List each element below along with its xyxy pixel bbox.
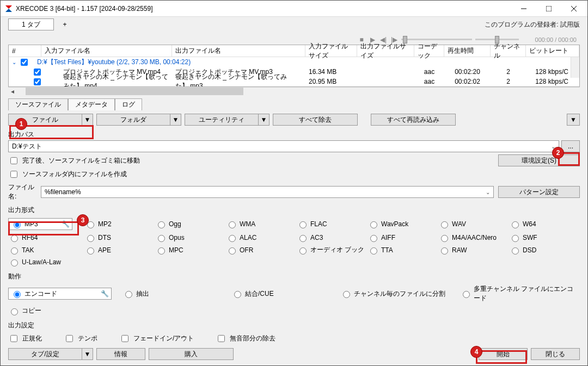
chevron-down-icon: ▼ xyxy=(170,114,181,125)
col-input[interactable]: 入力ファイル名 xyxy=(41,45,172,57)
env-settings-button[interactable]: 環境設定(S) xyxy=(498,154,580,166)
format-alac[interactable]: ALAC xyxy=(226,233,297,242)
format-swf[interactable]: SWF xyxy=(509,233,580,242)
seek-slider[interactable] xyxy=(401,35,472,44)
filename-input[interactable]: %filename% ⌄ xyxy=(41,186,494,198)
file-bitrate: 128 kbps/C xyxy=(526,78,579,85)
format-mp2[interactable]: MP2 xyxy=(84,218,155,230)
timecode: 000:00 / 000:00 xyxy=(522,36,577,43)
close-app-button[interactable]: 閉じる xyxy=(531,348,580,360)
info-button[interactable]: 情報 xyxy=(96,348,145,360)
format-m4a[interactable]: M4A/AAC/Nero xyxy=(438,233,509,242)
col-outsize[interactable]: 出力ファイルサイズ xyxy=(357,45,414,57)
col-channel[interactable]: チャンネル xyxy=(491,45,526,57)
col-codec[interactable]: コーデック xyxy=(414,45,444,57)
chevron-down-icon: ▼ xyxy=(258,114,269,125)
file-insize: 20.95 MB xyxy=(305,78,357,85)
start-button[interactable]: 開始 xyxy=(479,348,528,360)
format-tta[interactable]: TTA xyxy=(367,245,438,255)
tab-1[interactable]: 1 タブ xyxy=(8,18,54,30)
scrollbar-horizontal[interactable]: ◂ xyxy=(8,87,580,95)
chevron-down-icon: ▼ xyxy=(82,349,93,359)
pattern-settings-button[interactable]: パターン設定 xyxy=(498,186,580,198)
gear-icon[interactable]: 🔧 xyxy=(101,290,109,297)
titlebar: XRECODE 3 [64-bit] - 1.157 [2024-09-28/2… xyxy=(1,1,587,17)
folder-label: D:¥【Test Files】¥youtube (2/2, 37.30 MB, … xyxy=(37,58,191,67)
action-multichannel[interactable]: 多重チャンネル ファイルにエンコード xyxy=(460,284,580,303)
marker-1: 1 xyxy=(15,118,27,130)
folder-row[interactable]: ⌄ D:¥【Test Files】¥youtube (2/2, 37.30 MB… xyxy=(9,57,579,67)
tab-settings-button[interactable]: タブ/設定▼ xyxy=(8,348,93,360)
minimize-button[interactable] xyxy=(511,1,536,17)
file-checkbox[interactable] xyxy=(34,69,41,76)
silence-checkbox[interactable] xyxy=(218,335,225,342)
format-wavpack[interactable]: WavPack xyxy=(367,218,438,230)
format-opus[interactable]: Opus xyxy=(155,233,226,242)
svg-marker-0 xyxy=(5,5,12,9)
delete-after-checkbox[interactable] xyxy=(10,157,17,164)
maximize-button[interactable] xyxy=(536,1,561,17)
create-in-source-label: ソースフォルダ内にファイルを作成 xyxy=(22,170,127,179)
format-aiff[interactable]: AIFF xyxy=(367,233,438,242)
format-ofr[interactable]: OFR xyxy=(226,245,297,255)
folder-button[interactable]: フォルダ▼ xyxy=(96,114,181,126)
reload-all-button[interactable]: すべて再読み込み xyxy=(371,114,456,126)
tempo-checkbox[interactable] xyxy=(66,335,73,342)
chevron-down-icon[interactable]: ⌄ xyxy=(486,189,490,195)
file-channel: 2 xyxy=(491,78,526,85)
file-codec: aac xyxy=(414,78,444,85)
col-duration[interactable]: 再生時間 xyxy=(444,45,491,57)
create-in-source-checkbox[interactable] xyxy=(10,171,17,178)
action-encode[interactable]: エンコード🔧 xyxy=(8,288,112,300)
table-row[interactable]: 寝起きヤシの木 _ シナモン【歌ってみた】.mp4 寝起きヤシの木 _ シナモン… xyxy=(9,77,579,86)
format-mp3[interactable]: MP3🔧 xyxy=(8,218,72,230)
more-button[interactable]: ▼ xyxy=(567,114,580,126)
format-rf64[interactable]: RF64 xyxy=(8,233,84,242)
close-button[interactable] xyxy=(561,1,586,17)
format-audiobook[interactable]: オーディオ ブック xyxy=(297,245,367,255)
normalize-checkbox[interactable] xyxy=(10,335,17,342)
format-dts[interactable]: DTS xyxy=(84,233,155,242)
col-number[interactable]: # xyxy=(9,45,41,57)
action-copy[interactable]: コピー xyxy=(8,306,580,315)
tab-log[interactable]: ログ xyxy=(115,98,142,110)
col-insize[interactable]: 入力ファイルサイズ xyxy=(305,45,357,57)
format-ulaw[interactable]: U-Law/A-Law xyxy=(8,258,580,266)
format-tak[interactable]: TAK xyxy=(8,245,84,255)
action-perchannel[interactable]: チャンネル毎のファイルに分割 xyxy=(340,289,460,299)
file-checkbox[interactable] xyxy=(34,78,41,85)
utility-button[interactable]: ユーティリティ▼ xyxy=(185,114,270,126)
format-ogg[interactable]: Ogg xyxy=(155,218,226,230)
gear-icon[interactable]: 🔧 xyxy=(62,220,70,228)
format-flac[interactable]: FLAC xyxy=(297,218,367,230)
scrollbar-vertical[interactable] xyxy=(571,57,579,78)
tab-source-file[interactable]: ソースファイル xyxy=(8,98,68,110)
browse-button[interactable]: ... xyxy=(561,140,580,152)
format-dsd[interactable]: DSD xyxy=(509,245,580,255)
folder-checkbox[interactable] xyxy=(21,59,28,66)
volume-slider[interactable] xyxy=(475,35,519,44)
file-list: # 入力ファイル名 出力ファイル名 入力ファイルサイズ 出力ファイルサイズ コー… xyxy=(8,45,580,87)
player-bar: ■ ▶ ◀| |▶ 000:00 / 000:00 xyxy=(8,34,580,45)
remove-all-button[interactable]: すべて除去 xyxy=(273,114,358,126)
format-wma[interactable]: WMA xyxy=(226,218,297,230)
format-ac3[interactable]: AC3 xyxy=(297,233,367,242)
col-bitrate[interactable]: ビットレート xyxy=(526,45,579,57)
buy-button[interactable]: 購入 xyxy=(149,348,234,360)
delete-after-label: 完了後、ソースファイルをゴミ箱に移動 xyxy=(22,156,140,165)
col-output[interactable]: 出力ファイル名 xyxy=(172,45,305,57)
format-raw[interactable]: RAW xyxy=(438,245,509,255)
action-extract[interactable]: 抽出 xyxy=(122,289,231,299)
format-mpc[interactable]: MPC xyxy=(155,245,226,255)
output-path-input[interactable]: D:¥テスト ⌄ xyxy=(8,140,559,152)
format-ape[interactable]: APE xyxy=(84,245,155,255)
format-w64[interactable]: W64 xyxy=(509,218,580,230)
action-merge[interactable]: 結合/CUE xyxy=(231,289,340,299)
file-channel: 2 xyxy=(491,68,526,76)
file-insize: 16.34 MB xyxy=(305,68,357,76)
add-tab-button[interactable]: + xyxy=(54,18,76,30)
tab-metadata[interactable]: メタデータ xyxy=(68,98,115,110)
chevron-down-icon[interactable]: ⌄ xyxy=(12,59,16,65)
fade-checkbox[interactable] xyxy=(121,335,128,342)
format-wav[interactable]: WAV xyxy=(438,218,509,230)
